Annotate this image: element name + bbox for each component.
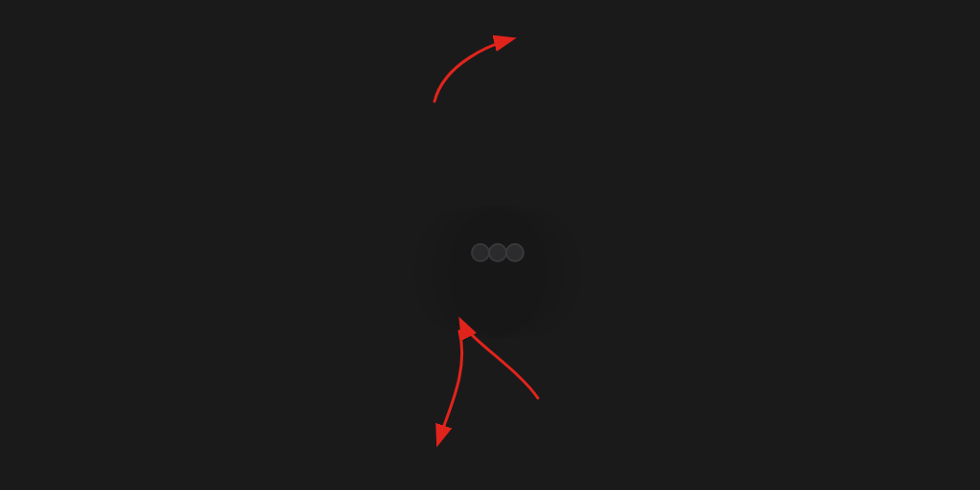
red-arrow-3 xyxy=(392,322,488,456)
red-arrow-2 xyxy=(442,302,557,417)
red-arrow-1 xyxy=(415,25,530,121)
phone-frame-3: 3:00 ▐▐▐ WiFi ▮ General Software Update … xyxy=(507,245,523,260)
phone-frame-2: 3:08 ▐▐▐ WiFi ▮ Settings General Abo xyxy=(490,245,505,260)
phone-frame-1: 3:00 ▐▐▐ WiFi ▮ Settings Wi-Fi xyxy=(473,245,488,260)
